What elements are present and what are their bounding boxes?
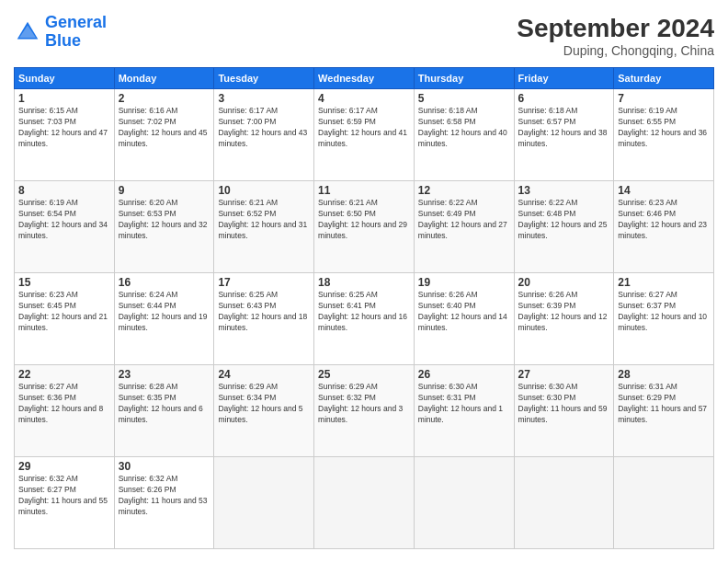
- table-row: [414, 457, 514, 549]
- day-number: 30: [119, 460, 210, 473]
- day-info: Sunrise: 6:31 AM Sunset: 6:29 PM Dayligh…: [618, 382, 710, 426]
- daylight-label: Daylight: 12 hours and 12 minutes.: [518, 312, 608, 332]
- daylight-label: Daylight: 12 hours and 45 minutes.: [119, 128, 208, 148]
- sunrise-label: Sunrise: 6:22 AM: [418, 198, 478, 207]
- table-row: 5 Sunrise: 6:18 AM Sunset: 6:58 PM Dayli…: [414, 89, 514, 181]
- day-info: Sunrise: 6:27 AM Sunset: 6:37 PM Dayligh…: [618, 290, 710, 334]
- table-row: 25 Sunrise: 6:29 AM Sunset: 6:32 PM Dayl…: [314, 365, 415, 457]
- table-row: [514, 457, 614, 549]
- table-row: 20 Sunrise: 6:26 AM Sunset: 6:39 PM Dayl…: [514, 273, 614, 365]
- day-number: 10: [218, 184, 310, 197]
- col-wednesday: Wednesday: [314, 68, 415, 89]
- day-info: Sunrise: 6:26 AM Sunset: 6:40 PM Dayligh…: [418, 290, 510, 334]
- table-row: 19 Sunrise: 6:26 AM Sunset: 6:40 PM Dayl…: [414, 273, 514, 365]
- sunrise-label: Sunrise: 6:27 AM: [618, 290, 677, 299]
- sunrise-label: Sunrise: 6:17 AM: [318, 106, 378, 115]
- sunrise-label: Sunrise: 6:32 AM: [119, 474, 178, 483]
- daylight-label: Daylight: 12 hours and 47 minutes.: [18, 128, 108, 148]
- day-number: 13: [518, 184, 610, 197]
- sunset-label: Sunset: 6:43 PM: [218, 301, 276, 310]
- daylight-label: Daylight: 12 hours and 41 minutes.: [318, 128, 407, 148]
- table-row: 15 Sunrise: 6:23 AM Sunset: 6:45 PM Dayl…: [15, 273, 115, 365]
- sunrise-label: Sunrise: 6:16 AM: [119, 106, 178, 115]
- logo-icon: [14, 18, 41, 46]
- day-number: 29: [18, 460, 110, 473]
- day-number: 7: [618, 92, 710, 105]
- main-title: September 2024: [517, 14, 714, 43]
- day-info: Sunrise: 6:18 AM Sunset: 6:58 PM Dayligh…: [418, 106, 510, 150]
- sunset-label: Sunset: 6:26 PM: [119, 485, 176, 494]
- sunrise-label: Sunrise: 6:21 AM: [318, 198, 378, 207]
- sunrise-label: Sunrise: 6:26 AM: [418, 290, 478, 299]
- logo-line2: Blue: [45, 31, 81, 50]
- table-row: 22 Sunrise: 6:27 AM Sunset: 6:36 PM Dayl…: [15, 365, 115, 457]
- calendar-week-row: 22 Sunrise: 6:27 AM Sunset: 6:36 PM Dayl…: [15, 365, 714, 457]
- daylight-label: Daylight: 12 hours and 8 minutes.: [18, 404, 103, 424]
- sunrise-label: Sunrise: 6:29 AM: [318, 382, 378, 391]
- day-info: Sunrise: 6:16 AM Sunset: 7:02 PM Dayligh…: [119, 106, 210, 150]
- day-number: 6: [518, 92, 610, 105]
- sunset-label: Sunset: 6:55 PM: [618, 117, 676, 126]
- table-row: 18 Sunrise: 6:25 AM Sunset: 6:41 PM Dayl…: [314, 273, 415, 365]
- table-row: 6 Sunrise: 6:18 AM Sunset: 6:57 PM Dayli…: [514, 89, 614, 181]
- table-row: 16 Sunrise: 6:24 AM Sunset: 6:44 PM Dayl…: [114, 273, 214, 365]
- sunset-label: Sunset: 6:44 PM: [119, 301, 176, 310]
- table-row: 21 Sunrise: 6:27 AM Sunset: 6:37 PM Dayl…: [614, 273, 714, 365]
- sunset-label: Sunset: 6:46 PM: [618, 209, 676, 218]
- sunset-label: Sunset: 6:50 PM: [318, 209, 376, 218]
- sunrise-label: Sunrise: 6:25 AM: [218, 290, 278, 299]
- sunset-label: Sunset: 6:53 PM: [119, 209, 176, 218]
- calendar-week-row: 8 Sunrise: 6:19 AM Sunset: 6:54 PM Dayli…: [15, 181, 714, 273]
- table-row: [214, 457, 314, 549]
- sunrise-label: Sunrise: 6:17 AM: [218, 106, 278, 115]
- day-number: 1: [18, 92, 110, 105]
- day-info: Sunrise: 6:17 AM Sunset: 7:00 PM Dayligh…: [218, 106, 310, 150]
- table-row: 2 Sunrise: 6:16 AM Sunset: 7:02 PM Dayli…: [114, 89, 214, 181]
- daylight-label: Daylight: 12 hours and 31 minutes.: [218, 220, 307, 240]
- day-number: 2: [119, 92, 210, 105]
- logo: General Blue: [14, 14, 107, 51]
- sunrise-label: Sunrise: 6:23 AM: [618, 198, 677, 207]
- day-number: 18: [318, 276, 410, 289]
- calendar-week-row: 29 Sunrise: 6:32 AM Sunset: 6:27 PM Dayl…: [15, 457, 714, 549]
- daylight-label: Daylight: 12 hours and 34 minutes.: [18, 220, 108, 240]
- day-info: Sunrise: 6:29 AM Sunset: 6:34 PM Dayligh…: [218, 382, 310, 426]
- day-number: 12: [418, 184, 510, 197]
- col-friday: Friday: [514, 68, 614, 89]
- table-row: 11 Sunrise: 6:21 AM Sunset: 6:50 PM Dayl…: [314, 181, 415, 273]
- daylight-label: Daylight: 12 hours and 18 minutes.: [218, 312, 307, 332]
- table-row: 17 Sunrise: 6:25 AM Sunset: 6:43 PM Dayl…: [214, 273, 314, 365]
- day-info: Sunrise: 6:20 AM Sunset: 6:53 PM Dayligh…: [119, 198, 210, 242]
- daylight-label: Daylight: 12 hours and 21 minutes.: [18, 312, 108, 332]
- sunset-label: Sunset: 6:27 PM: [18, 485, 76, 494]
- daylight-label: Daylight: 11 hours and 59 minutes.: [518, 404, 608, 424]
- day-number: 17: [218, 276, 310, 289]
- table-row: [614, 457, 714, 549]
- sunrise-label: Sunrise: 6:28 AM: [119, 382, 178, 391]
- table-row: 30 Sunrise: 6:32 AM Sunset: 6:26 PM Dayl…: [114, 457, 214, 549]
- day-number: 20: [518, 276, 610, 289]
- sunset-label: Sunset: 6:29 PM: [618, 393, 676, 402]
- daylight-label: Daylight: 12 hours and 40 minutes.: [418, 128, 507, 148]
- day-number: 24: [218, 368, 310, 381]
- sunrise-label: Sunrise: 6:26 AM: [518, 290, 578, 299]
- sunrise-label: Sunrise: 6:27 AM: [18, 382, 78, 391]
- day-info: Sunrise: 6:32 AM Sunset: 6:27 PM Dayligh…: [18, 474, 110, 518]
- col-monday: Monday: [114, 68, 214, 89]
- sunset-label: Sunset: 7:03 PM: [18, 117, 76, 126]
- table-row: 29 Sunrise: 6:32 AM Sunset: 6:27 PM Dayl…: [15, 457, 115, 549]
- sunrise-label: Sunrise: 6:19 AM: [618, 106, 677, 115]
- day-info: Sunrise: 6:25 AM Sunset: 6:41 PM Dayligh…: [318, 290, 410, 334]
- day-info: Sunrise: 6:30 AM Sunset: 6:30 PM Dayligh…: [518, 382, 610, 426]
- sunrise-label: Sunrise: 6:18 AM: [418, 106, 478, 115]
- sunset-label: Sunset: 6:52 PM: [218, 209, 276, 218]
- day-info: Sunrise: 6:19 AM Sunset: 6:54 PM Dayligh…: [18, 198, 110, 242]
- daylight-label: Daylight: 12 hours and 3 minutes.: [318, 404, 403, 424]
- title-block: September 2024 Duping, Chongqing, China: [517, 14, 714, 58]
- daylight-label: Daylight: 12 hours and 14 minutes.: [418, 312, 507, 332]
- table-row: 12 Sunrise: 6:22 AM Sunset: 6:49 PM Dayl…: [414, 181, 514, 273]
- sunset-label: Sunset: 6:39 PM: [518, 301, 576, 310]
- sunrise-label: Sunrise: 6:31 AM: [618, 382, 677, 391]
- day-info: Sunrise: 6:15 AM Sunset: 7:03 PM Dayligh…: [18, 106, 110, 150]
- day-info: Sunrise: 6:29 AM Sunset: 6:32 PM Dayligh…: [318, 382, 410, 426]
